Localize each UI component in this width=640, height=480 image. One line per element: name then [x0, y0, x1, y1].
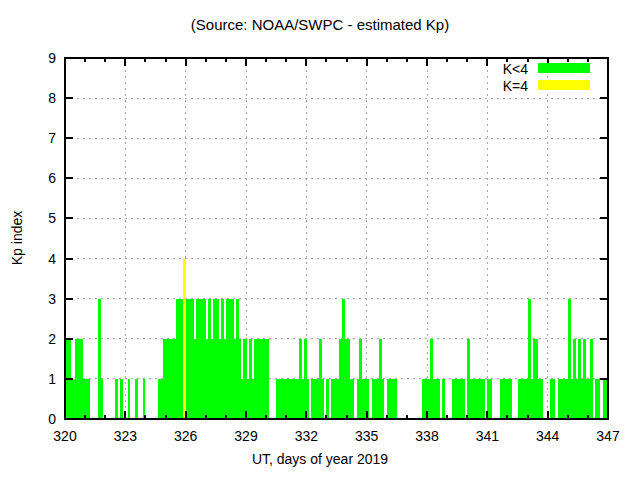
x-tick-label: 347: [596, 428, 620, 444]
legend-entry-k-eq-4: K=4: [0, 80, 640, 92]
kp-bar: [590, 339, 593, 419]
kp-bar: [510, 379, 513, 419]
kp-bar: [462, 379, 465, 419]
x-axis-label: UT, days of year 2019: [0, 451, 640, 467]
kp-bar: [100, 379, 103, 419]
y-tick-label: 1: [48, 371, 56, 387]
y-tick-label: 8: [48, 90, 56, 106]
chart-title: (Source: NOAA/SWPC - estimated Kp): [0, 16, 640, 33]
kp-bar: [120, 379, 123, 419]
x-tick-label: 341: [476, 428, 500, 444]
plot-border: [65, 58, 608, 419]
kp-bar: [553, 379, 556, 419]
kp-bar: [266, 339, 269, 419]
kp-bar: [442, 379, 445, 419]
legend-entry-k-lt-4: K<4: [0, 63, 640, 75]
x-tick-label: 326: [174, 428, 198, 444]
y-axis-label: Kp index: [9, 211, 25, 265]
kp-bar: [482, 379, 485, 419]
y-tick-label: 4: [48, 251, 56, 267]
x-tick-label: 323: [114, 428, 138, 444]
legend-swatch-green: [538, 63, 590, 73]
y-tick-label: 7: [48, 130, 56, 146]
kp-index-chart-page: 0123456789320323326329332335338341344347…: [0, 0, 640, 480]
y-tick-label: 2: [48, 331, 56, 347]
x-tick-label: 335: [355, 428, 379, 444]
kp-bar: [88, 379, 91, 419]
kp-bar: [540, 379, 543, 419]
y-tick-label: 6: [48, 170, 56, 186]
kp-bar: [143, 379, 146, 419]
y-tick-label: 0: [48, 411, 56, 427]
legend-swatch-yellow: [538, 80, 590, 90]
kp-bar: [598, 379, 601, 419]
kp-bar: [382, 379, 385, 419]
y-tick-label: 3: [48, 291, 56, 307]
x-tick-label: 332: [295, 428, 319, 444]
legend-label-k-eq-4: K=4: [503, 78, 528, 94]
legend-label-k-lt-4: K<4: [503, 61, 528, 77]
kp-bar: [437, 379, 440, 419]
x-tick-label: 344: [536, 428, 560, 444]
kp-bar: [394, 379, 397, 419]
x-tick-label: 320: [53, 428, 77, 444]
y-tick-label: 5: [48, 210, 56, 226]
kp-bar: [326, 379, 329, 419]
kp-bar: [352, 379, 355, 419]
kp-bar: [321, 379, 324, 419]
kp-bar: [490, 379, 493, 419]
kp-bar: [135, 379, 138, 419]
kp-bar: [115, 379, 118, 419]
x-tick-label: 338: [415, 428, 439, 444]
kp-bar: [128, 379, 131, 419]
x-tick-label: 329: [234, 428, 258, 444]
